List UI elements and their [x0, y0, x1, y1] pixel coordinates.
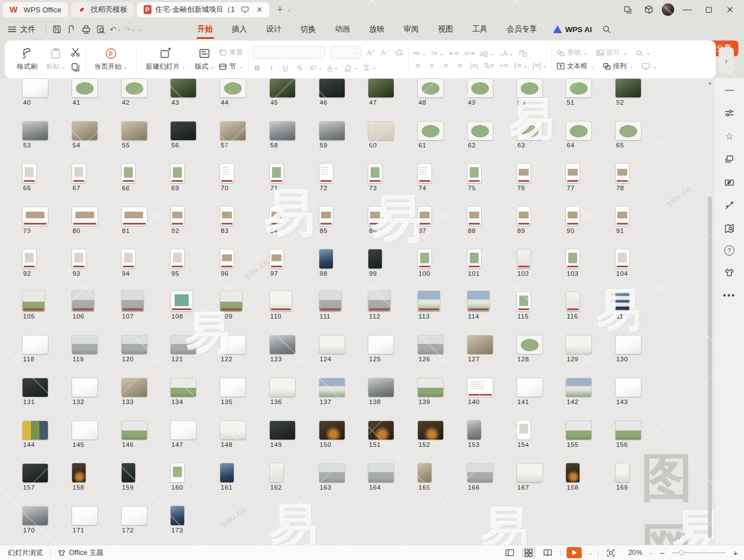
slide-thumbnail[interactable]: [319, 122, 345, 140]
slide-thumbnail[interactable]: [171, 335, 196, 354]
slide-thumbnail[interactable]: [72, 421, 97, 440]
tab-wps-home[interactable]: W WPS Office: [3, 2, 68, 17]
fill-color-button[interactable]: ⌄: [635, 49, 651, 56]
maximize-button[interactable]: [700, 2, 717, 17]
save-icon[interactable]: [50, 23, 64, 36]
print-preview-icon[interactable]: [93, 23, 108, 36]
smart-beautify-wand-icon[interactable]: [722, 199, 737, 212]
slide-thumbnail[interactable]: [616, 421, 641, 440]
slide-thumbnail[interactable]: [566, 463, 580, 482]
theme-label[interactable]: Office 主题: [69, 548, 104, 558]
slide-thumbnail[interactable]: [517, 292, 531, 311]
phonetic-guide-button[interactable]: 文⌄: [363, 62, 376, 73]
ribbon-expand-button[interactable]: ›: [719, 47, 734, 73]
slide-thumbnail[interactable]: [319, 464, 345, 482]
slide-thumbnail[interactable]: [368, 421, 394, 440]
slide-thumbnail[interactable]: [171, 249, 184, 268]
slide-thumbnail[interactable]: [418, 291, 440, 311]
menu-tab-design[interactable]: 设计: [265, 21, 283, 38]
slide-thumbnail[interactable]: [566, 207, 580, 226]
shapes-button[interactable]: 形状⌄: [556, 48, 588, 57]
slide-thumbnail[interactable]: [72, 507, 97, 525]
slide-thumbnail[interactable]: [72, 463, 86, 482]
undo-icon[interactable]: ↶⌄: [108, 23, 123, 36]
slide-thumbnail[interactable]: [23, 249, 36, 268]
slide-thumbnail[interactable]: [122, 79, 147, 97]
slide-thumbnail[interactable]: [319, 249, 333, 268]
close-window-button[interactable]: ✕: [721, 2, 738, 17]
strikethrough-button[interactable]: S: [295, 64, 304, 72]
font-size-select[interactable]: ⌄: [330, 46, 362, 59]
zoom-chevron-icon[interactable]: ⌄: [648, 550, 653, 555]
slide-thumbnail[interactable]: [319, 207, 333, 226]
slideshow-play-button[interactable]: [567, 547, 582, 558]
slide-thumbnail[interactable]: [319, 291, 341, 311]
para-spacing-button[interactable]: +≡: [499, 61, 508, 70]
slide-thumbnail[interactable]: [23, 122, 48, 140]
slide-thumbnail[interactable]: [220, 335, 246, 354]
shrink-font-button[interactable]: A⁻: [381, 48, 390, 57]
new-slide-button[interactable]: 新建幻灯片⌄: [141, 46, 190, 73]
paste-button[interactable]: 粘贴⌄: [42, 46, 70, 73]
slide-thumbnail[interactable]: [122, 378, 147, 397]
find-navigate-icon[interactable]: [722, 222, 737, 235]
slide-thumbnail[interactable]: [270, 249, 283, 268]
slide-thumbnail[interactable]: [122, 122, 147, 140]
slide-thumbnail[interactable]: [270, 207, 283, 226]
slide-thumbnail[interactable]: [72, 207, 97, 226]
slide-sorter-view-button[interactable]: [522, 547, 536, 558]
slide-thumbnail[interactable]: [517, 335, 542, 354]
decrease-indent-button[interactable]: ⇤≡: [449, 49, 459, 57]
play-from-current-button[interactable]: 当页开始⌄: [90, 46, 132, 73]
slide-thumbnail[interactable]: [418, 207, 431, 226]
slide-thumbnail[interactable]: [23, 291, 44, 311]
layout-button[interactable]: 版式⌄: [190, 46, 219, 73]
slide-thumbnail[interactable]: [418, 249, 431, 268]
slide-thumbnail[interactable]: [517, 122, 542, 140]
slide-thumbnail[interactable]: [220, 164, 234, 183]
collapse-panel-icon[interactable]: —: [722, 84, 737, 96]
align-justify-button[interactable]: ≡: [456, 61, 465, 70]
slide-thumbnail[interactable]: [368, 122, 394, 140]
text-direction-button[interactable]: ↓A⌄: [499, 49, 514, 57]
object-properties-icon[interactable]: [722, 107, 737, 119]
docer-resource-icon[interactable]: [722, 176, 737, 189]
workspace-cube-icon[interactable]: [640, 2, 657, 17]
slide-thumbnail[interactable]: [171, 291, 193, 311]
slide-thumbnail[interactable]: [467, 164, 481, 183]
slide-thumbnail[interactable]: [418, 122, 443, 140]
slide-thumbnail[interactable]: [122, 335, 147, 354]
slide-thumbnail[interactable]: [418, 421, 443, 440]
italic-button[interactable]: I: [267, 64, 276, 72]
slide-thumbnail[interactable]: [270, 335, 295, 354]
slide-thumbnail[interactable]: [566, 122, 591, 140]
slide-thumbnail[interactable]: [368, 164, 382, 183]
slide-sorter-canvas[interactable]: 4041424344454647484950515253545556575859…: [0, 78, 714, 545]
menu-tab-slideshow[interactable]: 放映: [368, 21, 386, 38]
slide-thumbnail[interactable]: [23, 507, 48, 525]
fit-to-window-icon[interactable]: [604, 547, 617, 558]
slide-thumbnail[interactable]: [270, 122, 295, 140]
play-options-chevron-icon[interactable]: ⌄: [588, 550, 592, 555]
slide-thumbnail[interactable]: [368, 207, 382, 226]
slide-thumbnail[interactable]: [220, 122, 246, 140]
slide-thumbnail[interactable]: [368, 79, 394, 97]
close-tab-icon[interactable]: ✕: [254, 3, 265, 16]
slide-thumbnail[interactable]: [220, 249, 234, 268]
slide-thumbnail[interactable]: [171, 506, 184, 525]
menu-tab-insert[interactable]: 插入: [231, 21, 248, 38]
skin-theme-icon[interactable]: [722, 266, 737, 279]
wps-ai-button[interactable]: WPS AI: [553, 25, 592, 34]
slide-thumbnail[interactable]: [220, 421, 246, 440]
menu-tab-home[interactable]: 开始: [197, 21, 214, 38]
normal-view-button[interactable]: [503, 547, 516, 558]
format-painter-button[interactable]: 格式刷: [12, 46, 42, 73]
slide-thumbnail[interactable]: [122, 291, 144, 311]
vertical-scrollbar[interactable]: ▲: [707, 80, 712, 543]
slide-thumbnail[interactable]: [122, 249, 135, 268]
slide-thumbnail[interactable]: [122, 507, 147, 525]
slide-thumbnail[interactable]: [566, 421, 591, 440]
slide-thumbnail[interactable]: [467, 378, 493, 397]
zoom-slider-knob[interactable]: [679, 550, 684, 555]
slide-thumbnail[interactable]: [418, 164, 431, 183]
